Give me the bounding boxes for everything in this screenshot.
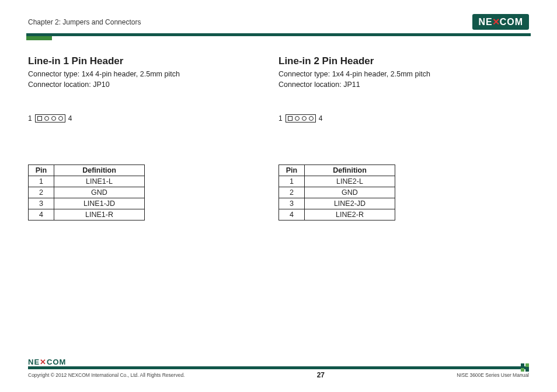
- footer-decor-icon: [521, 363, 529, 372]
- th-definition: Definition: [305, 165, 395, 176]
- header-logo: NE✕COM: [472, 14, 529, 30]
- table-header-row: Pin Definition: [29, 165, 145, 176]
- cell-pin: 4: [279, 209, 305, 220]
- connector-type: Connector type: 1x4 4-pin header, 2.5mm …: [28, 69, 267, 79]
- connector-location: Connector location: JP10: [28, 79, 267, 90]
- cell-def: LINE1-L: [54, 176, 145, 187]
- cell-def: GND: [54, 187, 145, 198]
- connector-type: Connector type: 1x4 4-pin header, 2.5mm …: [278, 69, 517, 79]
- cell-def: LINE2-R: [305, 209, 395, 220]
- section-line-in-2: Line-in 2 Pin Header Connector type: 1x4…: [278, 55, 529, 220]
- pin-3-icon: [51, 116, 56, 121]
- cell-pin: 4: [29, 209, 54, 220]
- cell-def: LINE2-L: [305, 176, 395, 187]
- th-definition: Definition: [54, 165, 145, 176]
- section-subtitle: Connector type: 1x4 4-pin header, 2.5mm …: [278, 69, 517, 90]
- cell-pin: 1: [279, 176, 305, 187]
- section-title: Line-in 2 Pin Header: [278, 55, 517, 67]
- table-row: 1 LINE2-L: [279, 176, 395, 187]
- footer-rule: [28, 366, 529, 369]
- pin-definition-table: Pin Definition 1 LINE1-L 2 GND 3: [28, 164, 145, 220]
- pin-label-end: 4: [319, 114, 323, 123]
- pin-definition-table: Pin Definition 1 LINE2-L 2 GND 3: [278, 164, 395, 220]
- table-header-row: Pin Definition: [279, 165, 395, 176]
- pin-2-icon: [44, 116, 49, 121]
- cell-def: LINE1-JD: [54, 198, 145, 209]
- pin-4-icon: [58, 116, 63, 121]
- cell-pin: 2: [279, 187, 305, 198]
- page-number: 27: [317, 371, 325, 379]
- pin-2-icon: [295, 116, 300, 121]
- th-pin: Pin: [29, 165, 54, 176]
- cell-def: GND: [305, 187, 395, 198]
- cell-pin: 3: [29, 198, 54, 209]
- header-rule: [26, 33, 531, 36]
- table-row: 2 GND: [29, 187, 145, 198]
- pin-1-icon: [288, 116, 293, 121]
- table-row: 4 LINE2-R: [279, 209, 395, 220]
- header-accent: [26, 36, 52, 40]
- cell-pin: 3: [279, 198, 305, 209]
- cell-pin: 2: [29, 187, 54, 198]
- pin-label-start: 1: [278, 114, 283, 123]
- pin-diagram: 1 4: [278, 114, 517, 123]
- table-row: 1 LINE1-L: [29, 176, 145, 187]
- chapter-title: Chapter 2: Jumpers and Connectors: [28, 18, 141, 26]
- cell-pin: 1: [29, 176, 54, 187]
- cell-def: LINE2-JD: [305, 198, 395, 209]
- table-row: 3 LINE2-JD: [279, 198, 395, 209]
- pin-diagram: 1 4: [28, 114, 267, 123]
- page-footer: NE✕COM Copyright © 2012 NEXCOM Internati…: [28, 358, 529, 379]
- cell-def: LINE1-R: [54, 209, 145, 220]
- table-row: 2 GND: [279, 187, 395, 198]
- connector-location: Connector location: JP11: [278, 79, 517, 90]
- section-subtitle: Connector type: 1x4 4-pin header, 2.5mm …: [28, 69, 267, 90]
- footer-manual-name: NISE 3600E Series User Manual: [457, 372, 529, 378]
- section-title: Line-in 1 Pin Header: [28, 55, 267, 67]
- pin-header-graphic: [35, 114, 65, 123]
- footer-copyright: Copyright © 2012 NEXCOM International Co…: [28, 372, 184, 378]
- pin-1-icon: [37, 116, 42, 121]
- footer-logo: NE✕COM: [28, 358, 529, 366]
- pin-4-icon: [309, 116, 314, 121]
- pin-3-icon: [302, 116, 307, 121]
- th-pin: Pin: [279, 165, 305, 176]
- section-line-in-1: Line-in 1 Pin Header Connector type: 1x4…: [28, 55, 278, 220]
- table-row: 3 LINE1-JD: [29, 198, 145, 209]
- pin-header-graphic: [286, 114, 316, 123]
- pin-label-end: 4: [68, 114, 72, 123]
- table-row: 4 LINE1-R: [29, 209, 145, 220]
- pin-label-start: 1: [28, 114, 32, 123]
